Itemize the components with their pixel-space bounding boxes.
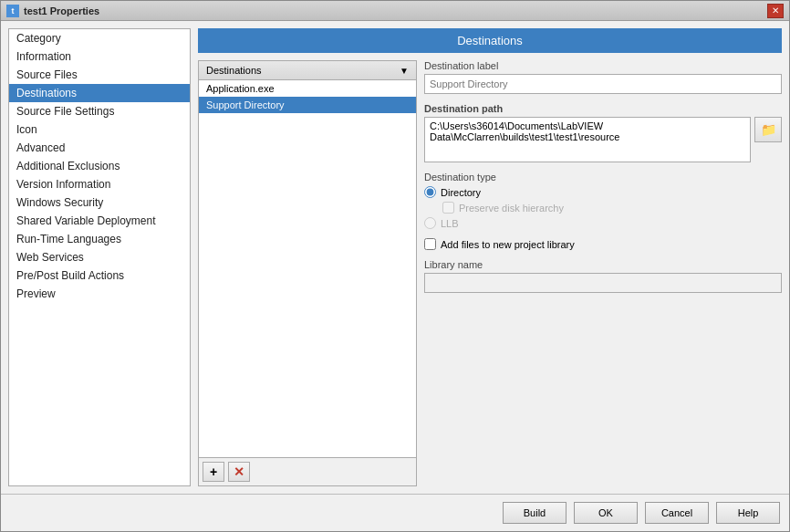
- destination-item-application.exe[interactable]: Application.exe: [199, 80, 416, 97]
- main-body: Destinations ▼ Application.exeSupport Di…: [198, 60, 782, 486]
- add-files-label: Add files to new project library: [441, 239, 575, 250]
- footer: Build OK Cancel Help: [1, 494, 789, 531]
- right-panel: Destination label Destination path C:\Us…: [424, 60, 782, 486]
- sidebar-item-source-files[interactable]: Source Files: [9, 66, 190, 84]
- sidebar-item-run-time-languages[interactable]: Run-Time Languages: [9, 230, 190, 248]
- content-area: CategoryInformationSource FilesDestinati…: [1, 21, 789, 494]
- browse-button[interactable]: 📁: [754, 117, 782, 142]
- preserve-hierarchy-group: Preserve disk hierarchy: [442, 202, 782, 214]
- sidebar-item-information[interactable]: Information: [9, 47, 190, 66]
- add-files-group: Add files to new project library: [424, 238, 782, 250]
- sidebar-item-web-services[interactable]: Web Services: [9, 248, 190, 266]
- radio-llb[interactable]: [424, 217, 436, 229]
- sidebar: CategoryInformationSource FilesDestinati…: [8, 28, 191, 486]
- main-window: t test1 Properties ✕ CategoryInformation…: [0, 0, 790, 532]
- sidebar-item-additional-exclusions[interactable]: Additional Exclusions: [9, 157, 190, 175]
- help-button[interactable]: Help: [716, 502, 780, 524]
- destination-label-group: Destination label: [424, 60, 782, 94]
- radio-directory-label: Directory: [441, 187, 481, 198]
- destinations-toolbar: + ✕: [199, 457, 416, 485]
- sidebar-item-icon[interactable]: Icon: [9, 120, 190, 139]
- sidebar-item-destinations[interactable]: Destinations: [9, 84, 190, 102]
- sidebar-item-advanced[interactable]: Advanced: [9, 139, 190, 157]
- radio-directory[interactable]: [424, 186, 436, 198]
- preserve-hierarchy-checkbox[interactable]: [442, 202, 454, 214]
- destinations-panel-header: Destinations ▼: [199, 61, 416, 80]
- library-name-group: Library name: [424, 259, 782, 293]
- sidebar-item-source-file-settings[interactable]: Source File Settings: [9, 102, 190, 120]
- radio-directory-item: Directory: [424, 186, 782, 198]
- path-input-row: C:\Users\s36014\Documents\LabVIEW Data\M…: [424, 117, 782, 162]
- build-button[interactable]: Build: [503, 502, 567, 524]
- library-name-label: Library name: [424, 259, 782, 270]
- destination-type-group: Destination type Directory Preserve disk…: [424, 172, 782, 229]
- sidebar-item-windows-security[interactable]: Windows Security: [9, 193, 190, 212]
- cancel-button[interactable]: Cancel: [645, 502, 709, 524]
- add-files-checkbox[interactable]: [424, 238, 436, 250]
- destinations-panel-title: Destinations: [206, 65, 262, 76]
- dest-path-textarea[interactable]: C:\Users\s36014\Documents\LabVIEW Data\M…: [424, 117, 751, 162]
- dest-label-input[interactable]: [424, 74, 782, 94]
- radio-llb-item: LLB: [424, 217, 782, 229]
- expand-icon[interactable]: ▼: [400, 66, 409, 76]
- main-panel: Destinations Destinations ▼ Application.…: [198, 28, 782, 486]
- close-button[interactable]: ✕: [767, 4, 784, 18]
- add-destination-button[interactable]: +: [203, 462, 224, 482]
- preserve-hierarchy-label: Preserve disk hierarchy: [459, 203, 564, 214]
- panel-header: Destinations: [198, 28, 782, 53]
- destination-path-group: Destination path C:\Users\s36014\Documen…: [424, 103, 782, 162]
- title-bar: t test1 Properties ✕: [1, 1, 789, 21]
- sidebar-item-shared-variable-deployment[interactable]: Shared Variable Deployment: [9, 212, 190, 230]
- window-icon: t: [6, 5, 19, 17]
- sidebar-item-category[interactable]: Category: [9, 29, 190, 47]
- sidebar-item-preview[interactable]: Preview: [9, 285, 190, 303]
- delete-destination-button[interactable]: ✕: [228, 462, 250, 482]
- radio-llb-label: LLB: [441, 218, 459, 229]
- dest-type-label: Destination type: [424, 172, 782, 183]
- destinations-list-panel: Destinations ▼ Application.exeSupport Di…: [198, 60, 417, 486]
- destination-item-support-directory[interactable]: Support Directory: [199, 97, 416, 113]
- window-title: test1 Properties: [24, 5, 767, 16]
- folder-icon: 📁: [761, 122, 776, 137]
- sidebar-item-pre/post-build-actions[interactable]: Pre/Post Build Actions: [9, 266, 190, 285]
- library-name-input[interactable]: [424, 273, 782, 293]
- destinations-list: Application.exeSupport Directory: [199, 80, 416, 457]
- dest-label-label: Destination label: [424, 60, 782, 71]
- dest-path-label: Destination path: [424, 103, 782, 114]
- ok-button[interactable]: OK: [574, 502, 638, 524]
- sidebar-item-version-information[interactable]: Version Information: [9, 175, 190, 193]
